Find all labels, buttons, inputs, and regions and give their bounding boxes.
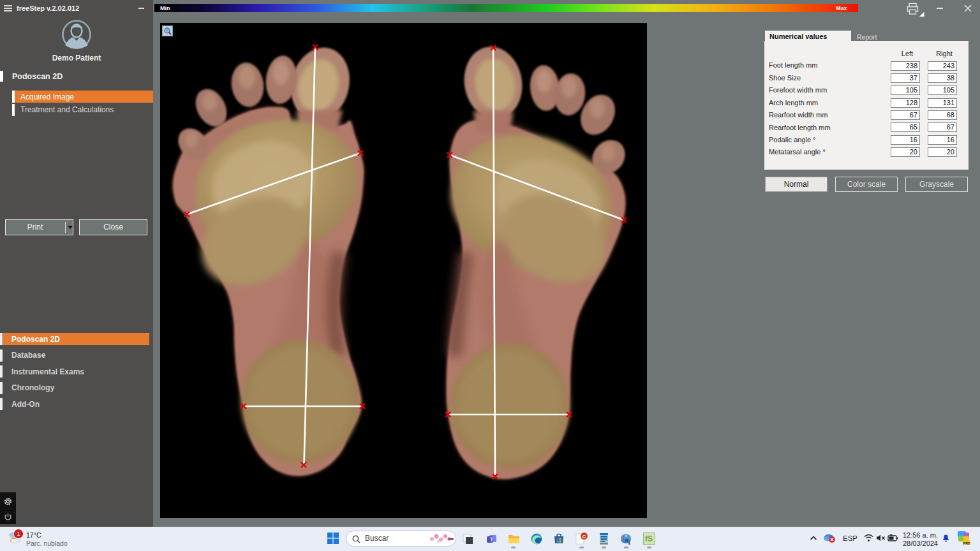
svg-text:C: C (583, 534, 586, 540)
svg-text:fS: fS (645, 534, 653, 543)
svg-text:PRE: PRE (963, 541, 971, 545)
svg-text:T: T (490, 536, 494, 543)
